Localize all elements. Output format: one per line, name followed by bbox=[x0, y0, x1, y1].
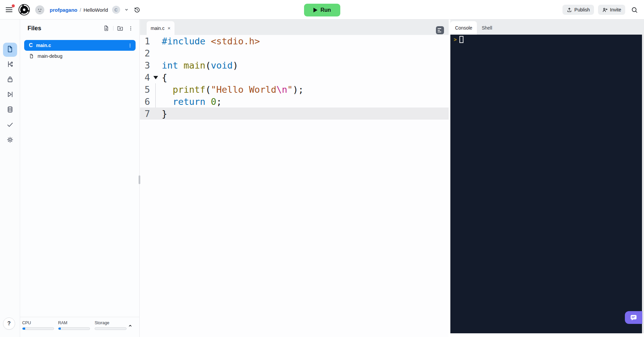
gear-icon bbox=[6, 136, 14, 145]
files-panel: Files Cmain.cmain-debug CPU bbox=[20, 19, 140, 337]
line-number: 5 bbox=[140, 84, 150, 95]
code-token: 0 bbox=[211, 96, 216, 107]
language-badge: C bbox=[112, 6, 120, 14]
editor-code-area[interactable]: 1#include <stdio.h>23int main(void)4{5 p… bbox=[140, 35, 449, 337]
add-folder-icon bbox=[117, 25, 123, 32]
file-kebab-menu-button[interactable] bbox=[127, 43, 133, 48]
fold-column bbox=[150, 83, 162, 95]
editor-tab-bar: main.c × bbox=[140, 19, 449, 35]
terminal-cursor bbox=[459, 36, 463, 43]
rail-item-workflows[interactable] bbox=[3, 88, 17, 102]
file-row-main-debug[interactable]: main-debug bbox=[24, 51, 136, 61]
line-number: 3 bbox=[140, 60, 150, 71]
editor-layout-icon[interactable] bbox=[436, 26, 444, 34]
code-token: { bbox=[162, 72, 167, 83]
meter-cpu: CPU bbox=[22, 321, 54, 330]
play-icon bbox=[313, 8, 317, 12]
file-name: main-debug bbox=[38, 53, 62, 59]
tab-shell[interactable]: Shell bbox=[477, 21, 497, 35]
meter-label: CPU bbox=[22, 321, 54, 325]
breadcrumb-project-name: HelloWorld bbox=[84, 7, 108, 13]
files-kebab-menu-button[interactable] bbox=[127, 25, 135, 32]
code-token: main bbox=[184, 60, 205, 71]
breadcrumb-separator: / bbox=[80, 7, 81, 13]
invite-button[interactable]: Invite bbox=[598, 5, 625, 15]
code-token: return bbox=[173, 96, 206, 107]
run-button-label: Run bbox=[320, 7, 331, 13]
user-plus-icon bbox=[602, 7, 608, 13]
meter-track bbox=[58, 327, 90, 330]
meter-ram: RAM bbox=[58, 321, 90, 330]
rail-item-files[interactable] bbox=[3, 43, 17, 57]
panel-resize-handle[interactable] bbox=[139, 175, 140, 184]
run-button[interactable]: Run bbox=[304, 4, 340, 16]
user-avatar[interactable] bbox=[35, 5, 44, 14]
fold-column bbox=[150, 95, 162, 108]
add-folder-button[interactable] bbox=[116, 24, 124, 32]
line-number: 7 bbox=[140, 109, 150, 119]
close-tab-icon[interactable]: × bbox=[167, 26, 170, 31]
help-button[interactable]: ? bbox=[3, 318, 15, 330]
chat-bubble-icon bbox=[629, 313, 638, 322]
code-token bbox=[178, 60, 184, 71]
fold-arrow-icon[interactable] bbox=[153, 76, 158, 79]
tab-label: main.c bbox=[151, 26, 164, 31]
code-token: ( bbox=[205, 60, 211, 71]
meter-label: Storage bbox=[95, 321, 127, 325]
meter-storage: Storage bbox=[95, 321, 127, 330]
meter-label: RAM bbox=[58, 321, 90, 325]
console-terminal[interactable]: > bbox=[450, 35, 644, 333]
kebab-icon bbox=[128, 25, 134, 32]
rail-item-database[interactable] bbox=[3, 103, 17, 117]
code-token: ( bbox=[205, 84, 211, 95]
add-file-icon bbox=[103, 25, 110, 32]
runner-icon bbox=[6, 90, 14, 100]
lock-icon bbox=[6, 75, 14, 85]
editor-panel: main.c × 1#include <stdio.h>23int main(v… bbox=[140, 19, 449, 337]
add-file-button[interactable] bbox=[102, 24, 110, 32]
history-icon[interactable] bbox=[134, 6, 141, 13]
help-button-label: ? bbox=[7, 321, 11, 327]
line-number: 2 bbox=[140, 48, 150, 58]
meter-fill bbox=[22, 328, 25, 330]
fold-column bbox=[150, 59, 162, 71]
fold-column bbox=[150, 35, 162, 47]
console-panel: ConsoleShell > bbox=[450, 19, 644, 337]
tab-console[interactable]: Console bbox=[450, 21, 477, 35]
chevron-up-icon[interactable] bbox=[127, 323, 133, 330]
code-token: } bbox=[162, 109, 167, 119]
chevron-down-icon[interactable] bbox=[123, 7, 130, 13]
rail-item-secrets[interactable] bbox=[3, 73, 17, 87]
code-token: #include bbox=[162, 36, 205, 46]
meter-track bbox=[95, 327, 127, 330]
console-scrollbar[interactable] bbox=[642, 35, 644, 333]
code-token: "Hello World bbox=[211, 84, 276, 95]
code-line-6: 6 return 0; bbox=[140, 95, 449, 108]
code-token: void bbox=[211, 60, 233, 71]
file-name: main.c bbox=[36, 43, 51, 48]
chat-button[interactable] bbox=[625, 311, 642, 324]
breadcrumb-username-link[interactable]: profpagano bbox=[50, 7, 78, 13]
rail-item-checks[interactable] bbox=[3, 118, 17, 132]
left-rail: ? bbox=[0, 19, 20, 337]
rail-item-version-control[interactable] bbox=[3, 58, 17, 72]
publish-button-label: Publish bbox=[575, 7, 590, 12]
code-line-4: 4{ bbox=[140, 71, 449, 83]
file-row-main.c[interactable]: Cmain.c bbox=[24, 40, 136, 51]
notification-dot bbox=[12, 4, 15, 7]
replit-logo[interactable] bbox=[18, 3, 31, 16]
fold-column bbox=[150, 71, 162, 83]
publish-button[interactable]: Publish bbox=[562, 5, 594, 15]
rail-item-settings[interactable] bbox=[3, 133, 17, 148]
code-token: ) bbox=[233, 60, 238, 71]
fold-column bbox=[150, 108, 162, 120]
code-line-2: 2 bbox=[140, 47, 449, 59]
tab-main-c[interactable]: main.c × bbox=[147, 21, 175, 35]
line-number: 1 bbox=[140, 36, 150, 46]
database-icon bbox=[6, 106, 14, 115]
hamburger-menu-button[interactable] bbox=[5, 5, 14, 14]
code-line-7: 7} bbox=[140, 108, 449, 120]
code-token: <stdio.h> bbox=[211, 36, 260, 46]
search-icon[interactable] bbox=[629, 5, 639, 15]
files-icon bbox=[6, 45, 14, 54]
